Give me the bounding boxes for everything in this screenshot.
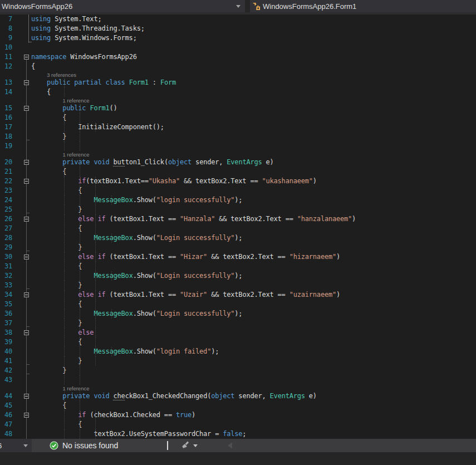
line-number[interactable]: 33 (0, 281, 12, 290)
line-number[interactable]: 34 (0, 290, 12, 300)
line-number[interactable]: 45 (0, 401, 12, 410)
code-line-44: 44 private void checkBox1_CheckedChanged… (0, 391, 476, 401)
indent-guide (64, 158, 65, 167)
code-line-21: 21 { (0, 167, 476, 177)
line-number[interactable]: 35 (0, 300, 12, 309)
indent-guide (64, 347, 65, 356)
fold-toggle[interactable] (24, 106, 29, 111)
line-number[interactable]: 15 (0, 104, 12, 113)
line-number[interactable]: 31 (0, 262, 12, 271)
line-number[interactable]: 30 (0, 252, 12, 262)
line-number[interactable]: 10 (0, 43, 12, 52)
statusbar-dropdown[interactable]: 6 (0, 439, 32, 452)
file-health-indicator[interactable]: No issues found (50, 441, 118, 450)
line-number[interactable]: 8 (0, 24, 12, 33)
line-number[interactable]: 38 (0, 328, 12, 337)
line-number[interactable]: 21 (0, 167, 12, 177)
fold-toggle[interactable] (24, 254, 29, 260)
codelens-references[interactable]: 3 references (47, 71, 76, 78)
indent-guide (80, 309, 80, 319)
line-number[interactable]: 22 (0, 177, 12, 186)
fold-toggle[interactable] (24, 413, 29, 418)
type-dropdown[interactable]: WindowsFormsApp26.Form1 (250, 0, 476, 12)
code-line-29: 29 } (0, 243, 476, 252)
hscroll-left-arrow[interactable] (228, 442, 232, 449)
line-number[interactable]: 14 (0, 87, 12, 97)
indent-guide (64, 328, 65, 337)
code-text: else if (textBox1.Text == "Uzair" && tex… (31, 290, 476, 300)
code-editor[interactable]: 7using System.Text;8using System.Threadi… (0, 14, 476, 439)
code-line-33: 33 } (0, 281, 476, 290)
fold-toggle[interactable] (24, 160, 29, 165)
indent-guide (64, 78, 65, 87)
indent-guide (95, 177, 96, 186)
line-number[interactable]: 28 (0, 233, 12, 243)
line-number[interactable]: 9 (0, 33, 12, 43)
fold-toggle[interactable] (24, 217, 29, 222)
indent-guide (64, 186, 65, 195)
fold-toggle[interactable] (24, 179, 29, 184)
fold-toggle[interactable] (24, 80, 29, 85)
line-number[interactable]: 32 (0, 271, 12, 281)
code-text: { (31, 186, 476, 195)
code-line-24: 24 MessageBox.Show("login successfully")… (0, 195, 476, 205)
line-number[interactable]: 36 (0, 309, 12, 319)
line-number[interactable]: 11 (0, 52, 12, 62)
line-number[interactable]: 18 (0, 132, 12, 141)
codelens-references[interactable]: 1 reference (62, 385, 89, 391)
line-number[interactable]: 47 (0, 420, 12, 429)
code-line-26: 26 else if (textBox1.Text == "Hanzala" &… (0, 214, 476, 224)
line-number[interactable]: 13 (0, 78, 12, 87)
code-line-23: 23 { (0, 186, 476, 195)
line-number[interactable]: 16 (0, 113, 12, 123)
fold-toggle[interactable] (24, 55, 29, 60)
line-number[interactable]: 40 (0, 347, 12, 356)
indent-guide (80, 281, 80, 290)
code-text: private void checkBox1_CheckedChanged(ob… (31, 391, 476, 401)
line-number[interactable]: 43 (0, 375, 12, 385)
line-number[interactable]: 44 (0, 391, 12, 401)
codelens-row: 1 reference (0, 385, 476, 391)
line-number[interactable]: 42 (0, 366, 12, 375)
indent-guide (64, 309, 65, 319)
code-text: public partial class Form1 : Form (31, 78, 476, 87)
fold-toggle[interactable] (24, 292, 29, 297)
line-number[interactable]: 20 (0, 158, 12, 167)
code-text: } (31, 205, 476, 214)
fold-toggle[interactable] (24, 394, 29, 399)
line-number[interactable]: 46 (0, 410, 12, 420)
indent-guide (80, 262, 80, 271)
indent-guide (95, 290, 96, 300)
code-cleanup-button[interactable] (180, 441, 202, 451)
indent-guide (64, 401, 65, 410)
line-number[interactable]: 27 (0, 224, 12, 233)
line-number[interactable]: 41 (0, 356, 12, 366)
codelens-references[interactable]: 1 reference (62, 97, 89, 104)
indent-guide (64, 410, 65, 420)
line-number[interactable]: 12 (0, 62, 12, 71)
line-number[interactable]: 29 (0, 243, 12, 252)
project-dropdown[interactable]: WindowsFormsApp26 (0, 0, 245, 12)
navigation-bar: WindowsFormsApp26 WindowsFormsApp26.Form… (0, 0, 476, 14)
line-number[interactable]: 23 (0, 186, 12, 195)
indent-guide (95, 337, 96, 347)
line-number[interactable]: 17 (0, 123, 12, 132)
broom-icon (180, 441, 190, 451)
line-number[interactable]: 25 (0, 205, 12, 214)
indent-guide (80, 271, 80, 281)
line-number[interactable]: 19 (0, 141, 12, 151)
code-line-27: 27 { (0, 224, 476, 233)
codelens-references[interactable]: 1 reference (62, 151, 89, 158)
line-number[interactable]: 24 (0, 195, 12, 205)
line-number[interactable]: 26 (0, 214, 12, 224)
code-text: { (31, 420, 476, 429)
line-number[interactable]: 48 (0, 429, 12, 439)
indent-guide (80, 132, 80, 141)
statusbar-separator (167, 441, 168, 450)
code-line-11: 11namespace WindowsFormsApp26 (0, 52, 476, 62)
line-number[interactable]: 37 (0, 319, 12, 328)
line-number[interactable]: 7 (0, 14, 12, 24)
code-text: namespace WindowsFormsApp26 (31, 52, 476, 62)
line-number[interactable]: 39 (0, 337, 12, 347)
fold-toggle[interactable] (24, 330, 29, 335)
